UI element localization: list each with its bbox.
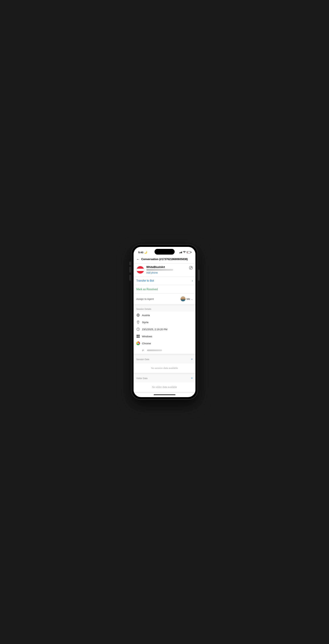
session-country-text: Austria bbox=[142, 314, 150, 317]
wifi-icon bbox=[183, 251, 186, 254]
signal-bar-3 bbox=[181, 252, 181, 253]
assign-to-agent-row[interactable]: Assign to Agent Me ⌃ bbox=[134, 294, 195, 306]
windows-icon bbox=[136, 334, 140, 338]
location-icon bbox=[136, 320, 140, 324]
session-browser-item: Chrome bbox=[134, 340, 195, 347]
signal-bar-4 bbox=[182, 252, 182, 253]
svg-point-0 bbox=[189, 266, 193, 270]
session-country-item: Austria bbox=[134, 312, 195, 319]
moon-icon: 🌙 bbox=[144, 251, 147, 254]
signal-bars bbox=[179, 251, 182, 253]
agent-name: Me bbox=[187, 298, 190, 300]
silent-switch bbox=[129, 262, 131, 265]
session-data-plus-icon[interactable]: + bbox=[191, 358, 193, 361]
visitor-data-plus-icon[interactable]: + bbox=[191, 376, 193, 380]
session-details-section: Session Details Austria bbox=[134, 306, 195, 355]
status-bar: 5:43 🌙 bbox=[134, 247, 195, 255]
session-os-item: Windows bbox=[134, 333, 195, 340]
phone-frame: 5:43 🌙 bbox=[132, 245, 197, 399]
signal-bar-1 bbox=[179, 252, 180, 253]
edit-contact-icon[interactable] bbox=[189, 266, 193, 270]
contact-section: WhiteBlushArt Add phone bbox=[134, 263, 195, 276]
conversation-header: ← Conversation (#17376218680605838) bbox=[134, 255, 195, 263]
visitor-data-empty: No visitor data available bbox=[134, 382, 195, 392]
transfer-chevron-icon: › bbox=[192, 279, 193, 282]
contact-name: WhiteBlushArt bbox=[146, 266, 193, 269]
contact-email-blur bbox=[146, 269, 173, 271]
session-ip-blur bbox=[147, 350, 162, 351]
mark-as-resolved-label: Mark as Resolved bbox=[136, 288, 158, 291]
session-region-text: Styria bbox=[142, 321, 148, 324]
home-indicator bbox=[134, 393, 195, 397]
add-phone-link[interactable]: Add phone bbox=[146, 271, 193, 274]
session-browser-text: Chrome bbox=[142, 342, 151, 345]
session-datetime-text: 23/1/2025, 2:19:20 PM bbox=[142, 328, 167, 331]
battery-icon bbox=[187, 251, 191, 253]
chrome-outer-ring bbox=[136, 342, 140, 345]
mark-as-resolved-row[interactable]: Mark as Resolved bbox=[134, 285, 195, 294]
windows-grid-icon bbox=[137, 335, 140, 338]
clock-icon bbox=[136, 327, 140, 331]
contact-info: WhiteBlushArt Add phone bbox=[146, 266, 193, 274]
session-os-text: Windows bbox=[142, 335, 152, 338]
status-time: 5:43 🌙 bbox=[138, 251, 147, 254]
session-data-empty: No session data available bbox=[134, 364, 195, 373]
visitor-data-header[interactable]: Visitor Data + bbox=[134, 374, 195, 382]
globe-icon bbox=[136, 313, 140, 317]
session-ip-label: IP bbox=[142, 349, 144, 352]
session-details-label: Session Details bbox=[134, 306, 195, 312]
chrome-inner-circle bbox=[137, 342, 139, 344]
assign-label: Assign to Agent bbox=[136, 298, 154, 300]
expand-icon: ⌃ bbox=[191, 298, 193, 300]
volume-up-button bbox=[129, 267, 131, 272]
transfer-to-bot-label: Transfer to Bot bbox=[136, 279, 154, 282]
volume-down-button bbox=[129, 275, 131, 280]
session-datetime-item: 23/1/2025, 2:19:20 PM bbox=[134, 326, 195, 333]
flag-bot bbox=[137, 271, 144, 274]
header-title: Conversation (#17376218680605838) bbox=[141, 258, 188, 261]
dynamic-island bbox=[155, 249, 175, 254]
session-data-title: Session Data bbox=[136, 358, 149, 360]
session-data-header[interactable]: Session Data + bbox=[134, 355, 195, 364]
session-region-item: Styria bbox=[134, 319, 195, 326]
chrome-icon bbox=[136, 342, 140, 345]
home-bar bbox=[154, 394, 175, 395]
signal-bar-2 bbox=[180, 252, 181, 253]
flag-mid bbox=[137, 269, 144, 271]
session-data-section: Session Data + No session data available bbox=[134, 355, 195, 374]
back-button[interactable]: ← bbox=[136, 257, 140, 261]
agent-avatar bbox=[181, 296, 186, 301]
contact-avatar bbox=[136, 266, 144, 274]
transfer-to-bot-row[interactable]: Transfer to Bot › bbox=[134, 276, 195, 285]
visitor-data-section: Visitor Data + No visitor data available bbox=[134, 374, 195, 393]
battery-fill bbox=[187, 252, 188, 253]
austria-flag-icon bbox=[137, 266, 144, 274]
visitor-data-title: Visitor Data bbox=[136, 377, 147, 380]
power-button bbox=[198, 270, 200, 280]
time-display: 5:43 bbox=[138, 251, 143, 254]
ip-label-icon bbox=[136, 348, 140, 352]
phone-screen: 5:43 🌙 bbox=[134, 247, 195, 397]
session-ip-item: IP bbox=[134, 347, 195, 354]
agent-avatar-image bbox=[181, 296, 186, 301]
flag-top bbox=[137, 266, 144, 269]
status-icons bbox=[179, 251, 191, 254]
assign-agent-right: Me ⌃ bbox=[181, 296, 193, 301]
svg-point-2 bbox=[138, 321, 138, 322]
